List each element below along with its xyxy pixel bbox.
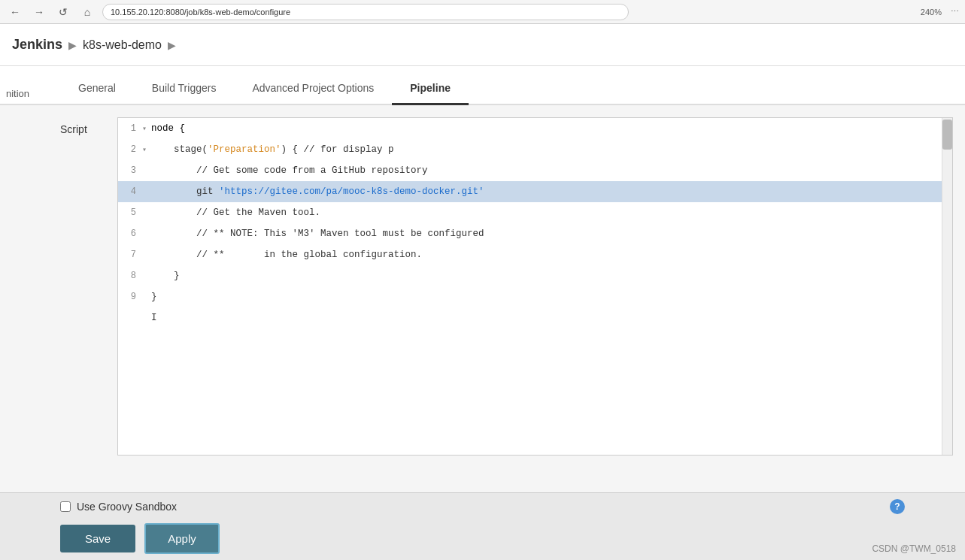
code-line-3: 3 // Get some code from a GitHub reposit… bbox=[118, 160, 952, 181]
code-cursor-line: I bbox=[118, 307, 952, 328]
tab-build-triggers[interactable]: Build Triggers bbox=[134, 73, 235, 105]
script-label: Script bbox=[60, 117, 105, 135]
url-text: 10.155.20.120:8080/job/k8s-web-demo/conf… bbox=[111, 8, 290, 17]
jenkins-logo[interactable]: Jenkins bbox=[12, 37, 62, 53]
groovy-sandbox-row: Use Groovy Sandbox ? bbox=[0, 493, 965, 517]
breadcrumb-project[interactable]: k8s-web-demo bbox=[83, 38, 162, 52]
sidebar-definition-label: nition bbox=[0, 88, 35, 99]
code-line-2: 2 ▾ stage('Preparation') { // for displa… bbox=[118, 139, 952, 160]
code-line-7: 7 // ** in the global configuration. bbox=[118, 244, 952, 265]
tab-pipeline[interactable]: Pipeline bbox=[392, 73, 469, 105]
tab-general[interactable]: General bbox=[60, 73, 134, 105]
csdn-watermark: CSDN @TWM_0518 bbox=[872, 543, 956, 554]
refresh-button[interactable]: ↺ bbox=[54, 3, 72, 21]
code-line-1: 1 ▾ node { bbox=[118, 118, 952, 139]
code-editor-container: try sample Pipeline... ? 1 ▾ node { 2 ▾ … bbox=[117, 117, 953, 456]
groovy-help-icon[interactable]: ? bbox=[890, 499, 905, 514]
editor-scrollbar[interactable] bbox=[942, 118, 952, 455]
groovy-sandbox-label: Use Groovy Sandbox bbox=[77, 501, 177, 513]
tab-advanced-project-options[interactable]: Advanced Project Options bbox=[234, 73, 392, 105]
main-content: Script try sample Pipeline... ? 1 ▾ node… bbox=[0, 105, 965, 506]
more-options-button[interactable]: ⋯ bbox=[951, 7, 959, 17]
back-button[interactable]: ← bbox=[6, 3, 24, 21]
scrollbar-thumb[interactable] bbox=[942, 120, 952, 150]
code-line-4: 4 git 'https://gitee.com/pa/mooc-k8s-dem… bbox=[118, 181, 952, 202]
action-buttons-row: Save Apply bbox=[0, 517, 965, 560]
tab-bar: nition General Build Triggers Advanced P… bbox=[0, 66, 965, 105]
home-button[interactable]: ⌂ bbox=[78, 3, 96, 21]
jenkins-header: Jenkins ▶ k8s-web-demo ▶ bbox=[0, 24, 965, 66]
script-section: Script try sample Pipeline... ? 1 ▾ node… bbox=[60, 117, 953, 456]
apply-button[interactable]: Apply bbox=[144, 523, 220, 554]
code-line-6: 6 // ** NOTE: This 'M3' Maven tool must … bbox=[118, 223, 952, 244]
code-line-8: 8 } bbox=[118, 265, 952, 286]
bottom-section: Use Groovy Sandbox ? Save Apply bbox=[0, 492, 965, 560]
url-bar[interactable]: 10.155.20.120:8080/job/k8s-web-demo/conf… bbox=[102, 4, 629, 20]
save-button[interactable]: Save bbox=[60, 525, 135, 552]
forward-button[interactable]: → bbox=[30, 3, 48, 21]
browser-bar: ← → ↺ ⌂ 10.155.20.120:8080/job/k8s-web-d… bbox=[0, 0, 965, 24]
breadcrumb-separator-1: ▶ bbox=[68, 39, 77, 51]
code-line-5: 5 // Get the Maven tool. bbox=[118, 202, 952, 223]
groovy-sandbox-checkbox[interactable] bbox=[60, 501, 71, 512]
code-line-9: 9 } bbox=[118, 286, 952, 307]
breadcrumb-separator-2: ▶ bbox=[168, 39, 176, 51]
zoom-indicator: 240% ⋯ bbox=[921, 7, 959, 17]
code-editor[interactable]: 1 ▾ node { 2 ▾ stage('Preparation') { //… bbox=[117, 117, 953, 456]
